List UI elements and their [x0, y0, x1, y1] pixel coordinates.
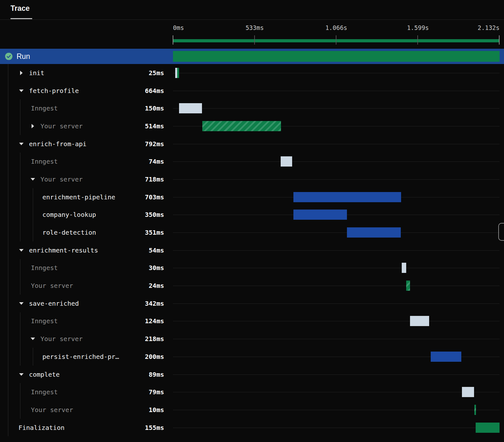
run-label: Run: [17, 52, 30, 61]
span-bar[interactable]: [175, 68, 179, 78]
span-bar[interactable]: [293, 210, 347, 220]
span-duration: 218ms: [145, 335, 164, 343]
span-bar[interactable]: [281, 156, 292, 167]
server-segment: [177, 68, 179, 78]
expand-arrow-icon[interactable]: [18, 70, 25, 76]
row-left: Your server 10ms: [0, 401, 173, 419]
indent-guide: [20, 170, 20, 188]
collapse-arrow-icon[interactable]: [18, 141, 25, 147]
indent-guide: [8, 330, 8, 348]
trace-row-fetch-profile[interactable]: fetch-profile 664ms: [0, 82, 504, 100]
span-bar[interactable]: [402, 263, 406, 273]
trace-row-your-server[interactable]: Your server 10ms: [0, 401, 504, 419]
indent-guide: [8, 206, 8, 224]
trace-row-enrichment-pipeline[interactable]: enrichment-pipeline 703ms: [0, 188, 504, 206]
span-name: complete: [29, 371, 60, 378]
timeline-track: [173, 330, 500, 348]
span-name: Inngest: [31, 264, 58, 272]
span-bar[interactable]: [293, 192, 401, 202]
trace-row-your-server[interactable]: Your server 218ms: [0, 330, 504, 348]
row-left: Your server 718ms: [0, 170, 173, 188]
timeline-track: [173, 206, 500, 224]
minimap-tick: [336, 35, 336, 45]
span-name: company-lookup: [42, 211, 96, 218]
span-bar[interactable]: [431, 352, 461, 362]
timeline-track: [173, 135, 500, 153]
collapse-arrow-icon[interactable]: [30, 176, 36, 182]
trace-row-finalization[interactable]: Finalization 155ms: [0, 419, 504, 437]
timeline-track: [173, 419, 500, 437]
span-bar[interactable]: [202, 121, 281, 131]
indent-guide: [8, 170, 8, 188]
trace-row-your-server[interactable]: Your server 24ms: [0, 277, 504, 295]
trace-row-inngest[interactable]: Inngest 74ms: [0, 153, 504, 170]
span-bar[interactable]: [406, 281, 410, 291]
trace-row-your-server[interactable]: Your server 514ms: [0, 117, 504, 135]
trace-row-role-detection[interactable]: role-detection 351ms: [0, 224, 504, 241]
trace-row-inngest[interactable]: Inngest 150ms: [0, 99, 504, 117]
timeline-track: [173, 170, 500, 188]
span-bar[interactable]: [347, 227, 401, 238]
span-name: Inngest: [31, 317, 58, 325]
span-name: Your server: [40, 175, 83, 183]
trace-row-enrich-from-api[interactable]: enrich-from-api 792ms: [0, 135, 504, 153]
span-duration: 664ms: [145, 87, 164, 95]
collapse-arrow-icon[interactable]: [18, 88, 25, 94]
trace-row-inngest[interactable]: Inngest 79ms: [0, 383, 504, 401]
span-duration: 79ms: [149, 388, 164, 396]
trace-row-persist-enriched-pr[interactable]: persist-enriched-pr… 200ms: [0, 348, 504, 366]
row-left: enrichment-results 54ms: [0, 241, 173, 259]
trace-row-inngest[interactable]: Inngest 124ms: [0, 312, 504, 330]
span-bar[interactable]: [179, 103, 202, 113]
timeline-track: [173, 295, 500, 312]
span-duration: 342ms: [145, 300, 164, 307]
trace-row-inngest[interactable]: Inngest 30ms: [0, 259, 504, 277]
tab-trace[interactable]: Trace: [11, 4, 30, 13]
span-bar[interactable]: [462, 387, 474, 397]
indent-guide: [8, 64, 8, 82]
span-name: enrichment-pipeline: [42, 193, 115, 201]
run-row[interactable]: Run 2.132s: [0, 49, 504, 64]
row-left: Inngest 150ms: [0, 99, 173, 117]
span-duration: 54ms: [149, 246, 164, 254]
span-bar[interactable]: [476, 423, 500, 433]
trace-row-save-enriched[interactable]: save-enriched 342ms: [0, 295, 504, 312]
timeline-track: [173, 383, 500, 401]
timeline-track: [173, 224, 500, 241]
span-bar[interactable]: [474, 405, 476, 415]
span-duration: 155ms: [145, 424, 164, 431]
indent-guide: [20, 348, 20, 366]
span-name: Inngest: [31, 104, 58, 112]
timeline-track: [173, 259, 500, 277]
indent-guide: [8, 312, 8, 330]
span-duration: 30ms: [149, 264, 164, 272]
timeline-track: [173, 241, 500, 259]
minimap-tick: [173, 35, 173, 45]
expand-arrow-icon[interactable]: [30, 123, 36, 129]
span-duration: 350ms: [145, 211, 164, 218]
timeline-track: [173, 153, 500, 170]
collapse-arrow-icon[interactable]: [18, 247, 25, 253]
indent-guide: [33, 224, 33, 241]
trace-row-complete[interactable]: complete 89ms: [0, 366, 504, 383]
scrollbar-thumb[interactable]: [498, 223, 504, 241]
trace-row-your-server[interactable]: Your server 718ms: [0, 170, 504, 188]
trace-rows: init 25ms fetch-profile 664ms Inngest 15…: [0, 64, 504, 436]
indent-guide: [20, 188, 20, 206]
trace-row-company-lookup[interactable]: company-lookup 350ms: [0, 206, 504, 224]
collapse-arrow-icon[interactable]: [18, 372, 25, 377]
trace-row-init[interactable]: init 25ms: [0, 64, 504, 82]
collapse-arrow-icon[interactable]: [18, 301, 25, 306]
check-circle-icon: [5, 53, 12, 60]
tab-active-underline: [11, 18, 32, 19]
trace-row-enrichment-results[interactable]: enrichment-results 54ms: [0, 241, 504, 259]
collapse-arrow-icon[interactable]: [30, 336, 36, 342]
indent-guide: [8, 188, 8, 206]
run-span-bar[interactable]: [173, 51, 500, 62]
axis-tick-label: 1.066s: [325, 24, 347, 31]
span-name: enrich-from-api: [29, 140, 87, 148]
indent-guide: [8, 82, 8, 100]
indent-guide: [8, 117, 8, 135]
span-duration: 74ms: [149, 158, 164, 165]
span-bar[interactable]: [410, 316, 429, 326]
